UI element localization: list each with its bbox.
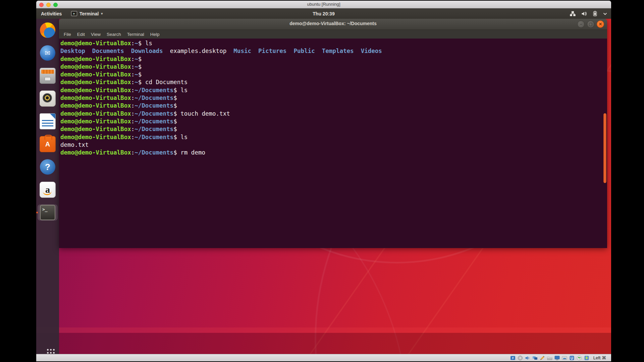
audio-icon[interactable] — [525, 355, 530, 361]
terminal-content[interactable]: demo@demo-VirtualBox:~$ lsDesktop Docume… — [59, 39, 607, 248]
video-capture-icon[interactable] — [562, 355, 567, 361]
gnome-top-bar: Activities ▸ Terminal ▾ Thu 20:39 — [36, 8, 611, 19]
show-applications-icon — [47, 349, 49, 351]
amazon-icon: a — [40, 182, 56, 198]
network-adapters-icon[interactable] — [532, 355, 538, 361]
wallpaper-band — [36, 327, 611, 333]
terminal-title: demo@demo-VirtualBox: ~/Documents — [59, 21, 607, 26]
dock-item-terminal[interactable]: >_ — [38, 204, 58, 221]
terminal-line-3: demo@demo-VirtualBox:~$ — [60, 55, 607, 63]
menu-help[interactable]: Help — [147, 32, 163, 37]
host-title-bar[interactable]: ubuntu [Running] — [36, 1, 611, 8]
shared-clipboard-icon[interactable] — [577, 355, 582, 361]
dock-item-ubuntu-software[interactable]: A — [38, 136, 58, 152]
host-key-indicator: Left ⌘ — [593, 355, 606, 360]
menu-terminal[interactable]: Terminal — [124, 32, 147, 37]
clock[interactable]: Thu 20:39 — [313, 8, 334, 19]
ubuntu-software-icon: A — [40, 136, 56, 152]
window-controls: −▢✕ — [577, 20, 604, 28]
terminal-icon: ▸ — [71, 11, 77, 16]
virtualbox-window: ubuntu [Running] Activities ▸ Terminal ▾… — [36, 1, 611, 361]
dock-item-thunderbird[interactable]: ✉ — [38, 45, 58, 61]
terminal-line-4: demo@demo-VirtualBox:~$ — [60, 63, 607, 71]
dock-item-files[interactable] — [38, 68, 58, 84]
hard-disk-icon[interactable] — [510, 355, 516, 361]
close-button[interactable]: ✕ — [597, 20, 604, 28]
virtualbox-status-bar: Left ⌘ — [36, 354, 611, 361]
terminal-line-6: demo@demo-VirtualBox:~$ cd Documents — [60, 78, 607, 86]
host-window-title: ubuntu [Running] — [36, 2, 611, 7]
terminal-line-12: demo@demo-VirtualBox:~/Documents$ — [60, 125, 607, 133]
battery-icon[interactable] — [593, 11, 597, 16]
menu-file[interactable]: File — [61, 32, 74, 37]
usb-devices-icon[interactable] — [569, 355, 575, 361]
dock-item-rhythmbox[interactable] — [38, 90, 58, 107]
terminal-line-7: demo@demo-VirtualBox:~/Documents$ ls — [60, 86, 607, 94]
terminal-line-9: demo@demo-VirtualBox:~/Documents$ — [60, 102, 607, 110]
optical-drive-icon[interactable] — [518, 355, 523, 361]
wallpaper-shade — [36, 333, 611, 355]
app-menu-terminal[interactable]: ▸ Terminal ▾ — [68, 8, 105, 19]
network-icon[interactable] — [570, 11, 576, 16]
terminal-line-11: demo@demo-VirtualBox:~/Documents$ — [60, 118, 607, 125]
drag-drop-icon[interactable] — [584, 355, 589, 361]
minimize-button[interactable]: − — [577, 20, 585, 28]
chevron-down-icon: ▾ — [101, 12, 103, 15]
dock-item-help[interactable]: ? — [38, 159, 58, 175]
menu-edit[interactable]: Edit — [74, 32, 88, 37]
app-menu-label: Terminal — [79, 11, 99, 16]
files-icon — [40, 68, 56, 84]
dock-item-firefox[interactable] — [38, 22, 58, 38]
libreoffice-writer-icon — [40, 113, 56, 129]
dock-item-libreoffice-writer[interactable] — [38, 113, 58, 129]
dock-item-amazon[interactable]: a — [38, 182, 58, 198]
terminal-line-13: demo@demo-VirtualBox:~/Documents$ ls — [60, 133, 607, 141]
terminal-line-15: demo@demo-VirtualBox:~/Documents$ rm dem… — [60, 149, 607, 157]
maximize-button[interactable]: ▢ — [587, 20, 594, 28]
terminal-line-14: demo.txt — [60, 141, 607, 149]
terminal-title-bar[interactable]: demo@demo-VirtualBox: ~/Documents −▢✕ — [59, 19, 607, 30]
dock: ✉A?a>_ — [36, 19, 59, 355]
display-icon[interactable] — [554, 355, 560, 361]
usb-pen-icon[interactable] — [540, 355, 545, 361]
shared-folders-icon[interactable] — [547, 355, 552, 361]
menu-view[interactable]: View — [88, 32, 104, 37]
desktop: ✉A?a>_ demo@demo-VirtualBox: ~/Documents… — [36, 19, 611, 355]
terminal-window: demo@demo-VirtualBox: ~/Documents −▢✕ Fi… — [59, 19, 607, 248]
terminal-icon: >_ — [40, 205, 55, 220]
terminal-menu-bar: FileEditViewSearchTerminalHelp — [59, 30, 607, 39]
volume-icon[interactable] — [581, 11, 587, 16]
firefox-icon — [40, 22, 55, 38]
thunderbird-icon: ✉ — [40, 45, 55, 61]
terminal-scrollbar[interactable] — [603, 113, 606, 183]
terminal-line-2: Desktop Documents Downloads examples.des… — [60, 47, 607, 55]
chevron-down-icon[interactable] — [603, 11, 607, 16]
terminal-line-8: demo@demo-VirtualBox:~/Documents$ — [60, 94, 607, 102]
show-applications-button[interactable] — [36, 349, 59, 351]
rhythmbox-icon — [40, 90, 56, 107]
menu-search[interactable]: Search — [104, 32, 124, 37]
activities-button[interactable]: Activities — [36, 8, 66, 19]
terminal-line-10: demo@demo-VirtualBox:~/Documents$ touch … — [60, 110, 607, 118]
help-icon: ? — [40, 159, 55, 175]
system-tray[interactable] — [570, 8, 607, 19]
screen: ubuntu [Running] Activities ▸ Terminal ▾… — [0, 0, 644, 362]
terminal-line-5: demo@demo-VirtualBox:~$ — [60, 71, 607, 78]
terminal-line-1: demo@demo-VirtualBox:~$ ls — [60, 40, 607, 47]
